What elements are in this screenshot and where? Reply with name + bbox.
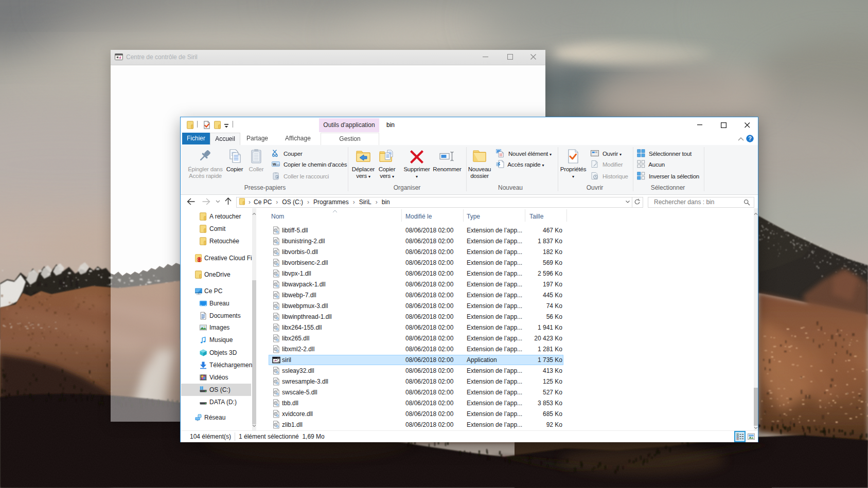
- svg-text:?: ?: [748, 135, 752, 141]
- svg-text:W: W: [273, 162, 276, 166]
